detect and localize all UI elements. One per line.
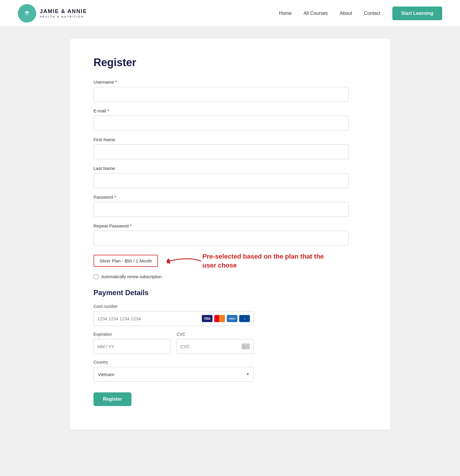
- svg-point-5: [247, 347, 248, 348]
- cvc-input[interactable]: [180, 344, 242, 349]
- country-group: Country Vietnam United States United Kin…: [93, 360, 254, 382]
- repeat-password-group: Repeat Password *: [93, 223, 367, 246]
- register-card: Register Username * E-mail * First Name …: [70, 39, 390, 430]
- cvc-label: CVC: [177, 332, 254, 337]
- nav-home[interactable]: Home: [279, 11, 292, 16]
- card-number-wrapper: VISA AMEX ●: [93, 311, 254, 326]
- expiration-input[interactable]: [97, 344, 167, 349]
- card-icons: VISA AMEX ●: [202, 315, 250, 322]
- last-name-group: Last Name: [93, 166, 367, 188]
- register-button[interactable]: Register: [93, 392, 131, 406]
- expiration-wrapper: [93, 339, 171, 354]
- svg-rect-4: [243, 347, 246, 348]
- expiration-group: Expiration: [93, 332, 171, 354]
- country-select[interactable]: Vietnam United States United Kingdom Aus…: [93, 367, 254, 382]
- cvc-wrapper: [177, 339, 254, 354]
- page-title: Register: [93, 56, 367, 69]
- last-name-label: Last Name: [93, 166, 367, 171]
- card-number-input[interactable]: [97, 316, 202, 321]
- arrow-icon: [167, 255, 202, 267]
- diners-icon: ●: [239, 315, 250, 322]
- arrow-annotation: Pre-selected based on the plan that the …: [167, 252, 327, 270]
- auto-renew-label: Automatically renew subscription: [101, 274, 162, 279]
- username-input[interactable]: [93, 87, 349, 102]
- cvc-group: CVC: [177, 332, 254, 354]
- email-input[interactable]: [93, 116, 349, 130]
- email-group: E-mail *: [93, 108, 367, 130]
- first-name-input[interactable]: [93, 144, 349, 159]
- email-label: E-mail *: [93, 108, 367, 113]
- username-group: Username *: [93, 79, 367, 102]
- start-learning-button[interactable]: Start Learning: [392, 7, 442, 20]
- password-group: Password *: [93, 195, 367, 217]
- nav-all-courses[interactable]: All Courses: [304, 11, 328, 16]
- amex-icon: AMEX: [227, 315, 237, 322]
- cvc-card-icon: [242, 343, 250, 349]
- repeat-password-input[interactable]: [93, 231, 349, 246]
- payment-section: Card number VISA AMEX ● Expiration: [93, 304, 254, 406]
- main-nav: Home All Courses About Contact Start Lea…: [279, 7, 442, 20]
- username-label: Username *: [93, 79, 367, 85]
- visa-icon: VISA: [202, 315, 212, 322]
- country-label: Country: [93, 360, 254, 364]
- plan-box[interactable]: Silver Plan - $50 / 1 Month: [93, 255, 158, 267]
- card-number-label: Card number: [93, 304, 254, 309]
- password-input[interactable]: [93, 202, 349, 217]
- plan-row: Silver Plan - $50 / 1 Month Pre-selected…: [93, 252, 367, 270]
- annotation-text: Pre-selected based on the plan that the …: [202, 252, 327, 270]
- logo[interactable]: JAMIE & ANNIE HEALTH & NUTRITION: [18, 4, 87, 23]
- first-name-label: First Name: [93, 137, 367, 142]
- repeat-password-label: Repeat Password *: [93, 223, 367, 228]
- first-name-group: First Name: [93, 137, 367, 159]
- auto-renew-checkbox[interactable]: [93, 274, 98, 279]
- logo-circle: [18, 4, 36, 23]
- last-name-input[interactable]: [93, 173, 349, 188]
- exp-cvc-row: Expiration CVC: [93, 332, 254, 354]
- mastercard-icon: [214, 315, 225, 322]
- nav-contact[interactable]: Contact: [364, 11, 380, 16]
- card-number-group: Card number VISA AMEX ●: [93, 304, 254, 326]
- nav-about[interactable]: About: [340, 11, 352, 16]
- svg-rect-3: [243, 345, 249, 346]
- auto-renew-row: Automatically renew subscription: [93, 274, 367, 279]
- password-label: Password *: [93, 195, 367, 200]
- country-select-wrapper: Vietnam United States United Kingdom Aus…: [93, 367, 254, 382]
- expiration-label: Expiration: [93, 332, 171, 337]
- payment-title: Payment Details: [93, 289, 367, 297]
- logo-text: JAMIE & ANNIE HEALTH & NUTRITION: [40, 8, 87, 18]
